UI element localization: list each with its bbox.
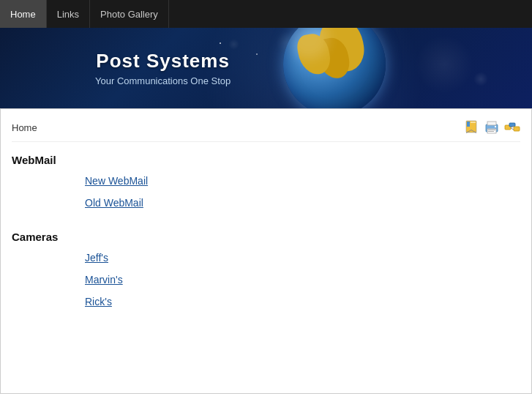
link-old-webmail[interactable]: Old WebMail: [85, 197, 520, 209]
nav-item-home[interactable]: Home: [0, 0, 47, 28]
section-title-webmail: WebMail: [12, 154, 520, 166]
section-title-cameras: Cameras: [12, 231, 520, 243]
svg-rect-11: [509, 123, 515, 127]
print-icon[interactable]: [484, 119, 500, 135]
banner: Post Systems Your Communications One Sto…: [0, 28, 532, 108]
section-webmail: WebMailNew WebMailOld WebMail: [12, 154, 520, 209]
section-links-webmail: New WebMailOld WebMail: [85, 175, 520, 209]
toolbar: Home: [12, 116, 520, 142]
svg-rect-7: [488, 130, 495, 130]
navigation: Home Links Photo Gallery: [0, 0, 532, 28]
banner-title: Post Systems: [95, 50, 231, 72]
section-cameras: CamerasJeff'sMarvin'sRick's: [12, 231, 520, 307]
section-links-cameras: Jeff'sMarvin'sRick's: [85, 252, 520, 307]
svg-rect-1: [467, 122, 470, 127]
share-icon[interactable]: [504, 119, 520, 135]
main-content: Home: [0, 108, 532, 394]
toolbar-icons: [463, 119, 520, 135]
svg-rect-2: [471, 122, 476, 123]
banner-subtitle: Your Communications One Stop: [95, 75, 231, 86]
svg-rect-9: [495, 126, 496, 127]
link-ricks-camera[interactable]: Rick's: [85, 296, 520, 307]
nav-item-links[interactable]: Links: [47, 0, 90, 28]
globe-graphic: [283, 28, 400, 108]
link-marvins-camera[interactable]: Marvin's: [85, 274, 520, 286]
svg-rect-5: [487, 122, 496, 125]
svg-line-14: [511, 128, 514, 130]
svg-rect-8: [488, 131, 494, 132]
sections-container: WebMailNew WebMailOld WebMailCamerasJeff…: [12, 154, 520, 307]
bookmark-icon[interactable]: [463, 119, 479, 135]
link-new-webmail[interactable]: New WebMail: [85, 175, 520, 187]
breadcrumb: Home: [12, 122, 37, 133]
nav-item-photo-gallery[interactable]: Photo Gallery: [90, 0, 169, 28]
svg-rect-12: [514, 127, 520, 131]
link-jeffs-camera[interactable]: Jeff's: [85, 252, 520, 264]
banner-text: Post Systems Your Communications One Sto…: [95, 50, 231, 86]
